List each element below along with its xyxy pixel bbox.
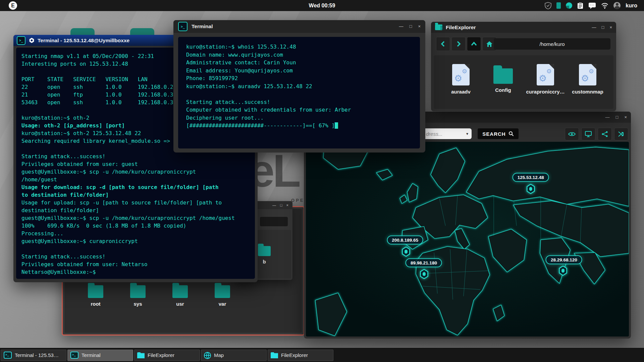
share-nodes-icon	[601, 131, 608, 137]
map-pin-label[interactable]: 89.98.21.180	[406, 258, 442, 267]
terminal-line	[21, 245, 250, 253]
folder-item[interactable]: root	[74, 285, 117, 307]
maximize-button[interactable]: □	[602, 25, 604, 30]
taskbar-item-icon	[137, 352, 145, 358]
taskbar-item[interactable]: Terminal	[67, 350, 133, 361]
terminal-line: destination file/folder]	[21, 206, 250, 214]
file-item[interactable]: ⚙ ⚙ auraadv	[440, 64, 482, 95]
folder-icon	[88, 285, 103, 298]
file-item[interactable]: ⚙ ⚙ curaproniccry…	[524, 64, 567, 95]
file-item[interactable]: ⚙ ⚙ customnmap	[567, 64, 609, 95]
shield-check-icon[interactable]	[545, 2, 551, 9]
minimize-button[interactable]: —	[399, 24, 404, 29]
gear-icon: ⚙	[581, 74, 589, 83]
shuffle-button[interactable]	[614, 128, 628, 140]
terminal-line: Deciphering user root...	[186, 114, 412, 122]
eye-button[interactable]	[565, 128, 579, 140]
maximize-button[interactable]: □	[410, 24, 412, 29]
folder-icon	[172, 285, 188, 298]
clipboard-icon[interactable]	[577, 2, 583, 9]
taskbar-item[interactable]: FileExplorer	[268, 350, 333, 361]
terminal-line: kuro@station:~$ auraadv 125.53.12.48 22	[186, 82, 412, 90]
file-label: Config	[495, 87, 511, 93]
map-pin-node[interactable]	[401, 246, 411, 257]
minimize-button[interactable]: —	[605, 115, 610, 120]
chevron-down-icon[interactable]: ▾	[466, 131, 468, 136]
taskbar-item[interactable]: FileExplorer	[134, 350, 200, 361]
forward-button[interactable]	[451, 37, 466, 51]
terminal-line: Phone: 859199792	[186, 74, 412, 82]
local-terminal-titlebar[interactable]: >_ Terminal — □ ×	[173, 20, 425, 33]
path-field[interactable]: /home/kuro	[494, 38, 610, 50]
minimize-button[interactable]: —	[272, 203, 276, 207]
terminal-screen[interactable]: kuro@station:~$ whois 125.53.12.48 Domai…	[178, 37, 420, 148]
folder-item[interactable]: usr	[159, 285, 201, 307]
terminal-line: Usage for upload: scp -u [path to source…	[21, 199, 250, 206]
file-explorer-titlebar[interactable]: FileExplorer — □ ×	[431, 22, 616, 33]
shuffle-arrows-icon	[618, 131, 625, 137]
map-pin-node[interactable]	[558, 265, 568, 276]
terminal-line: Starting attack...success!	[21, 253, 250, 260]
folder-item[interactable]: sys	[117, 285, 159, 307]
chevron-left-icon	[440, 41, 446, 47]
terminal-line: Starting attack...success!	[21, 153, 250, 160]
search-button[interactable]: SEARCH	[478, 128, 519, 139]
world-map-area[interactable]: 125.53.12.48 200.8.189.65 89.98.	[306, 142, 629, 337]
search-button-label: SEARCH	[482, 131, 505, 137]
remote-desktop-button[interactable]	[581, 128, 595, 140]
taskbar-item[interactable]: Map	[201, 350, 267, 361]
terminal-icon: >_	[178, 22, 187, 31]
window-title: FileExplorer	[446, 24, 476, 31]
terminal-line: kuro@station:~$ whois 125.53.12.48	[186, 43, 412, 51]
folder-label: usr	[176, 301, 184, 307]
window-title: Terminal	[192, 23, 213, 29]
map-pin-node[interactable]	[526, 184, 535, 194]
map-pin-label[interactable]: 28.29.68.120	[546, 255, 582, 264]
file-icon: ⚙ ⚙	[579, 64, 596, 85]
user-avatar[interactable]	[613, 2, 621, 9]
folder-icon	[258, 246, 271, 256]
file-explorer-toolbar: /home/kuro	[431, 35, 616, 53]
file-icon: ⚙ ⚙	[537, 64, 554, 85]
file-explorer-content: ⚙ ⚙ auraadv ⚙ ⚙ Config ⚙ ⚙	[434, 55, 613, 109]
up-button[interactable]	[467, 37, 481, 51]
top-status-bar: E Wed 00:59	[0, 0, 644, 11]
folder-item[interactable]: b	[258, 246, 271, 264]
maximize-button[interactable]: □	[616, 115, 619, 120]
close-button[interactable]: ×	[286, 203, 288, 207]
chat-icon[interactable]	[588, 2, 596, 9]
file-icon: ⚙ ⚙	[493, 68, 513, 84]
close-button[interactable]: ×	[609, 25, 612, 30]
map-pin-node[interactable]	[419, 269, 429, 279]
wifi-icon[interactable]	[601, 3, 608, 9]
taskbar-item[interactable]: Terminal - 125.53…	[1, 350, 66, 361]
map-pin-label[interactable]: 200.8.189.65	[387, 236, 423, 245]
share-button[interactable]	[598, 128, 612, 140]
taskbar-item-icon	[204, 352, 211, 359]
mini-explorer-path-field[interactable]	[260, 217, 288, 226]
eye-icon	[568, 131, 576, 137]
username: kuro	[626, 3, 637, 9]
minimize-button[interactable]: —	[592, 25, 596, 30]
terminal-line: Nettarso@Uymillboxxe:~$	[21, 268, 250, 276]
window-title: Terminal - 125.53.12.48@Uymillboxxe	[38, 38, 129, 44]
maximize-button[interactable]: □	[280, 203, 282, 207]
chevron-right-icon	[456, 41, 461, 47]
gear-icon: ⚙	[539, 74, 547, 83]
map-pin-label[interactable]: 125.53.12.48	[513, 173, 549, 182]
back-button[interactable]	[436, 37, 450, 51]
close-button[interactable]: ×	[418, 24, 421, 29]
close-button[interactable]: ×	[624, 115, 627, 120]
folder-label: b	[263, 259, 266, 264]
search-address-placeholder: dress...	[426, 131, 442, 137]
taskbar-item-label: Map	[214, 352, 224, 358]
folder-item[interactable]: var	[201, 285, 244, 307]
terminal-line: Privileges obtained from user: Nettarso	[21, 260, 250, 268]
terminal-line: guest@Uymillboxxe:~$ scp -u /home/kuro/c…	[21, 168, 250, 176]
file-item[interactable]: ⚙ ⚙ Config	[482, 64, 524, 95]
resource-pie-icon[interactable]	[566, 2, 572, 9]
file-label: auraadv	[451, 89, 471, 95]
gear-icon: ⚙	[462, 68, 467, 74]
search-address-input[interactable]: dress... ▾	[420, 128, 472, 139]
battery-icon[interactable]	[556, 2, 561, 9]
